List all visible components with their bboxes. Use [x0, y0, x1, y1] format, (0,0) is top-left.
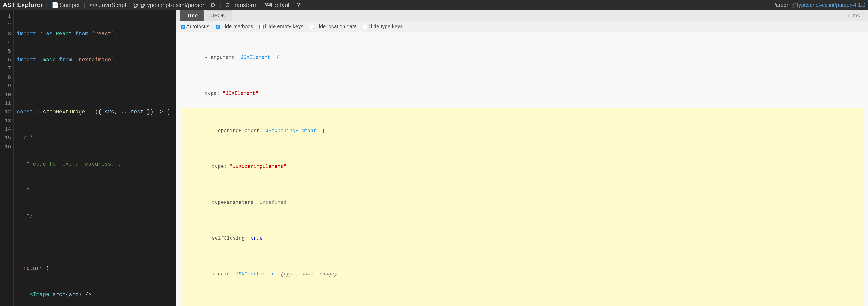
transform-button[interactable]: ⊙ Transform	[223, 1, 260, 9]
code-line-4: const CustomNextImage = ({ src, ...rest …	[17, 108, 173, 116]
hide-methods-option[interactable]: Hide methods	[216, 24, 253, 30]
ast-options-bar: Autofocus Hide methods Hide empty keys H…	[176, 21, 868, 32]
tree-line-argument: - argument: JSXElement {	[181, 35, 864, 71]
parser-link[interactable]: @typescript-eslint/parser-4.1.0	[792, 2, 865, 8]
toolbar-separator-2: |	[84, 2, 85, 8]
code-line-2: import Image from 'next/image';	[17, 56, 173, 64]
snippet-label: Snippet	[60, 2, 80, 8]
tree-line-type-params: typeParameters: undefined	[181, 180, 863, 216]
ast-tree-content[interactable]: - argument: JSXElement { type: "JSXEleme…	[176, 32, 868, 306]
code-line-10: return (	[17, 264, 173, 273]
tab-json[interactable]: JSON	[205, 10, 232, 21]
transform-label: Transform	[231, 2, 258, 8]
help-icon: ?	[297, 2, 300, 8]
default-button[interactable]: ⌨ default	[262, 1, 293, 9]
toolbar-separator-1: |	[46, 2, 47, 8]
keyboard-icon: ⌨	[264, 2, 272, 8]
highlight-opening-element: - openingElement: JSXOpeningElement { ty…	[181, 108, 864, 306]
toolbar-separator-3: |	[219, 2, 221, 8]
code-line-3	[17, 82, 173, 90]
autofocus-checkbox[interactable]	[181, 25, 185, 29]
hide-empty-keys-checkbox[interactable]	[259, 25, 264, 29]
toolbar: AST Explorer | 📄 Snippet | </> JavaScrip…	[0, 0, 868, 10]
hide-empty-keys-label: Hide empty keys	[265, 24, 303, 30]
main-layout: 1 2 3 4 5 6 7 8 9 10 11 12 13 14 15 16 i…	[0, 10, 868, 306]
parser-info: Parser: @typescript-eslint/parser-4.1.0	[772, 2, 865, 8]
code-line-5: /**	[17, 134, 173, 142]
code-line-9	[17, 238, 173, 247]
hide-location-checkbox[interactable]	[310, 25, 314, 29]
hide-type-keys-label: Hide type keys	[368, 24, 403, 30]
code-line-1: import * as React from 'react';	[17, 30, 173, 38]
tree-line-self-closing: selfClosing: true	[181, 216, 863, 252]
hide-type-keys-option[interactable]: Hide type keys	[363, 24, 403, 30]
hide-methods-label: Hide methods	[221, 24, 253, 30]
app-brand: AST Explorer	[3, 1, 43, 8]
hide-location-data-option[interactable]: Hide location data	[310, 24, 357, 30]
tree-line-name: + name: JSXIdentifier {type, name, range…	[181, 252, 863, 288]
code-editor[interactable]: 1 2 3 4 5 6 7 8 9 10 11 12 13 14 15 16 i…	[0, 10, 176, 306]
parser-time: 11ms	[846, 12, 864, 19]
tree-line-attributes: + attributes: [1 element]	[181, 288, 863, 306]
help-button[interactable]: ?	[295, 1, 302, 9]
ast-panel: Tree JSON 11ms Autofocus Hide methods Hi…	[176, 10, 868, 306]
snippet-button[interactable]: 📄 Snippet	[50, 1, 82, 9]
parser-button[interactable]: @ @typescript-eslint/parser	[130, 1, 206, 9]
language-button[interactable]: </> JavaScript	[88, 1, 128, 9]
code-lines-container: 1 2 3 4 5 6 7 8 9 10 11 12 13 14 15 16 i…	[0, 10, 176, 306]
hide-empty-keys-option[interactable]: Hide empty keys	[259, 24, 303, 30]
tree-line-opening-element: - openingElement: JSXOpeningElement {	[181, 109, 863, 144]
autofocus-label: Autofocus	[186, 24, 209, 30]
parser-info-label: Parser:	[772, 2, 790, 8]
tree-line-type-jsxopening: type: "JSXOpeningElement"	[181, 144, 863, 180]
hide-type-keys-checkbox[interactable]	[363, 25, 367, 29]
tab-tree[interactable]: Tree	[180, 10, 204, 21]
ast-tabs: Tree JSON 11ms	[176, 10, 868, 21]
language-label: JavaScript	[99, 2, 126, 8]
autofocus-option[interactable]: Autofocus	[181, 24, 209, 30]
at-icon: @	[132, 2, 138, 8]
settings-button[interactable]: ⚙	[209, 1, 217, 9]
gear-icon: ⚙	[210, 2, 215, 8]
hide-location-label: Hide location data	[315, 24, 357, 30]
code-text[interactable]: import * as React from 'react'; import I…	[13, 10, 176, 306]
code-line-11: <Image src={src} />	[17, 290, 173, 299]
code-line-7: *	[17, 186, 173, 195]
default-label: default	[273, 2, 291, 8]
hide-methods-checkbox[interactable]	[216, 25, 220, 29]
parser-label: @typescript-eslint/parser	[139, 2, 204, 8]
tree-line-type-jsxelement: type: "JSXElement"	[181, 71, 864, 107]
transform-icon: ⊙	[225, 2, 230, 8]
code-icon: </>	[89, 2, 98, 8]
code-line-8: */	[17, 212, 173, 221]
snippet-icon: 📄	[52, 2, 59, 8]
code-line-6: * code for extra featuress...	[17, 160, 173, 169]
line-numbers: 1 2 3 4 5 6 7 8 9 10 11 12 13 14 15 16	[0, 10, 13, 306]
